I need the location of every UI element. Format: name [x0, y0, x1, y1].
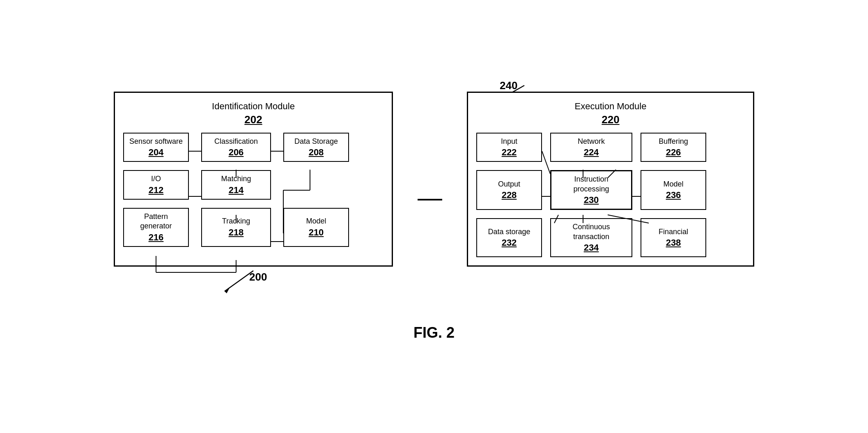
block-208: Data Storage 208 [283, 133, 349, 162]
module-connector [418, 133, 442, 267]
annotation-200: 200 [249, 271, 267, 283]
block-232: Data storage 232 [476, 218, 542, 257]
id-grid: Sensor software 204 Classification 206 D… [123, 133, 383, 247]
id-module-number: 202 [123, 113, 383, 126]
block-218: Tracking 218 [201, 208, 271, 247]
empty-cell-id [283, 170, 349, 199]
block-216: Pattern generator 216 [123, 208, 189, 247]
block-236: Model 236 [641, 170, 706, 210]
block-234: Continuous transaction 234 [550, 218, 632, 257]
block-206: Classification 206 [201, 133, 271, 162]
annotation-200-area: 200 [126, 267, 742, 308]
exec-grid: Input 222 Network 224 Buffering 226 Outp… [476, 133, 745, 257]
diagram-wrapper: 240 Identification Module 202 Sensor sof… [114, 92, 754, 341]
svg-line-15 [542, 151, 550, 174]
block-238: Financial 238 [641, 218, 706, 257]
arrow-200-svg [200, 267, 282, 299]
id-module-title: Identification Module [123, 101, 383, 112]
exec-module-number: 220 [476, 113, 745, 126]
block-222: Input 222 [476, 133, 542, 162]
block-204: Sensor software 204 [123, 133, 189, 162]
exec-module-title: Execution Module [476, 101, 745, 112]
block-214: Matching 214 [201, 170, 271, 199]
block-230: Instruction processing 230 [550, 170, 632, 210]
block-228: Output 228 [476, 170, 542, 210]
block-224: Network 224 [550, 133, 632, 162]
fig-caption: FIG. 2 [413, 324, 455, 341]
id-module: Identification Module 202 Sensor softwar… [114, 92, 393, 267]
exec-module: Execution Module 220 Input 222 Network 2… [467, 92, 754, 267]
block-212: I/O 212 [123, 170, 189, 199]
modules-row: Identification Module 202 Sensor softwar… [114, 92, 754, 267]
connector-line-svg [418, 198, 442, 201]
block-226: Buffering 226 [641, 133, 706, 162]
block-210: Model 210 [283, 208, 349, 247]
